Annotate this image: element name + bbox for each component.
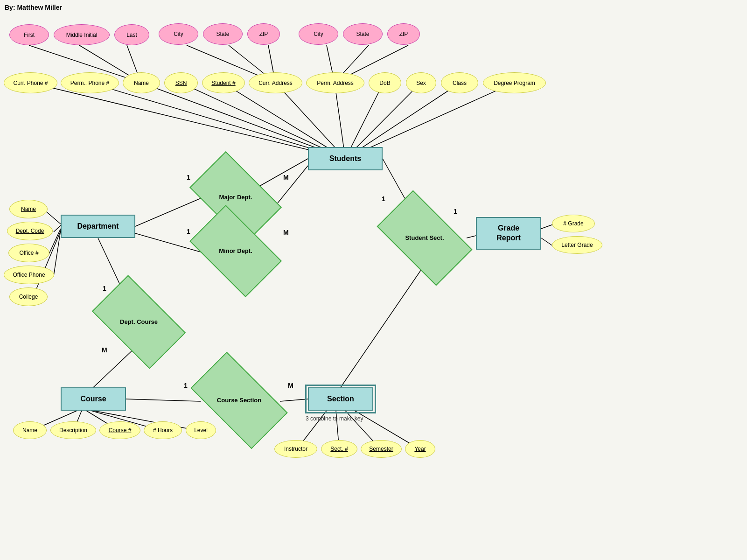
section-note: 3 combine to make key [306,415,363,422]
entity-course-label: Course [80,395,106,403]
attr-dept-name: Name [9,200,48,218]
svg-line-33 [33,231,61,298]
diamond-minor-dept: Minor Dept. [196,225,275,277]
cardinality-m2: M [283,229,289,236]
svg-line-9 [30,83,345,159]
attr-dept-code: Dept. Code [7,222,53,240]
attr-course-name: Name [13,421,47,439]
attr-dept-name-label: Name [21,206,36,212]
attr-sect-num: Sect. # [321,440,357,458]
diamond-minor-dept-label: Minor Dept. [219,247,252,255]
entity-students: Students [308,147,383,170]
attr-description: Description [50,421,96,439]
attr-letter-grade: Letter Grade [552,236,602,254]
attr-last: Last [114,24,149,45]
diamond-student-sect-label: Student Sect. [405,234,444,242]
cardinality-6: 1 [184,382,188,389]
cardinality-m1: M [283,174,289,181]
attr-grade-num: # Grade [552,215,595,232]
cardinality-2: 1 [187,228,190,235]
attr-college: College [9,287,48,306]
entity-grade-report-label: GradeReport [496,224,521,243]
attr-dept-code-label: Dept. Code [16,228,44,234]
attr-perm-phone: Perm.. Phone # [61,72,119,93]
attr-course-num-label: Course # [109,427,132,434]
attr-hours: # Hours [144,421,182,439]
svg-line-25 [341,261,427,387]
cardinality-3: 1 [382,195,385,203]
attr-city1: City [159,23,198,45]
svg-line-28 [541,238,553,246]
diamond-major-dept-label: Major Dept. [219,194,252,202]
diamond-student-sect: Student Sect. [383,212,467,264]
entity-department-label: Department [77,222,119,231]
entity-grade-report: GradeReport [476,217,541,250]
entity-section-label: Section [327,395,354,403]
svg-line-35 [93,345,138,387]
attr-year: Year [405,440,435,458]
attr-level: Level [186,421,216,439]
attr-middle-initial: Middle Initial [54,24,110,45]
cardinality-5: 1 [103,285,106,292]
svg-line-37 [280,399,308,401]
attr-state1: State [203,23,243,45]
svg-line-32 [54,230,61,276]
attr-sex: Sex [406,72,436,93]
diamond-dept-course: Dept. Course [98,296,180,348]
attr-office-phone: Office Phone [4,266,54,284]
attr-ssn-label: SSN [175,80,187,86]
attr-semester-label: Semester [369,446,393,452]
svg-line-29 [44,210,61,224]
attr-office-num: Office # [8,244,49,262]
svg-line-10 [90,83,345,159]
svg-line-27 [541,224,553,229]
entity-students-label: Students [329,154,361,163]
svg-line-22 [135,198,201,226]
author-label: By: Matthew Miller [5,4,62,11]
cardinality-m4: M [288,382,293,389]
attr-zip1: ZIP [247,23,280,45]
attr-sect-num-label: Sect. # [330,446,348,452]
attr-ssn: SSN [164,72,198,93]
svg-line-30 [54,225,61,232]
attr-student-num-label: Student # [211,80,235,86]
attr-zip2: ZIP [387,23,420,45]
entity-department: Department [61,215,135,238]
attr-class: Class [441,72,478,93]
cardinality-4: 1 [454,208,457,215]
cardinality-1: 1 [187,174,190,181]
attr-degree-program: Degree Program [483,72,546,93]
entity-section: Section [308,387,373,411]
attr-instructor: Instructor [274,440,317,458]
attr-perm-address: Perm. Address [306,72,364,93]
attr-curr-address: Curr. Address [249,72,302,93]
svg-line-26 [467,236,476,238]
attr-student-num: Student # [202,72,245,93]
entity-course: Course [61,387,126,411]
attr-semester: Semester [361,440,402,458]
attr-city2: City [299,23,338,45]
attr-name: Name [123,72,160,93]
svg-line-36 [126,399,201,401]
attr-first: First [9,24,49,45]
diamond-dept-course-label: Dept. Course [120,318,158,326]
attr-dob: DoB [369,72,401,93]
attr-year-label: Year [414,446,426,452]
attr-state2: State [343,23,383,45]
diamond-course-section-label: Course Section [217,397,261,405]
attr-curr-phone: Curr. Phone # [4,72,57,93]
attr-course-num: Course # [99,421,140,439]
diamond-course-section: Course Section [196,375,282,426]
cardinality-m3: M [102,346,107,354]
